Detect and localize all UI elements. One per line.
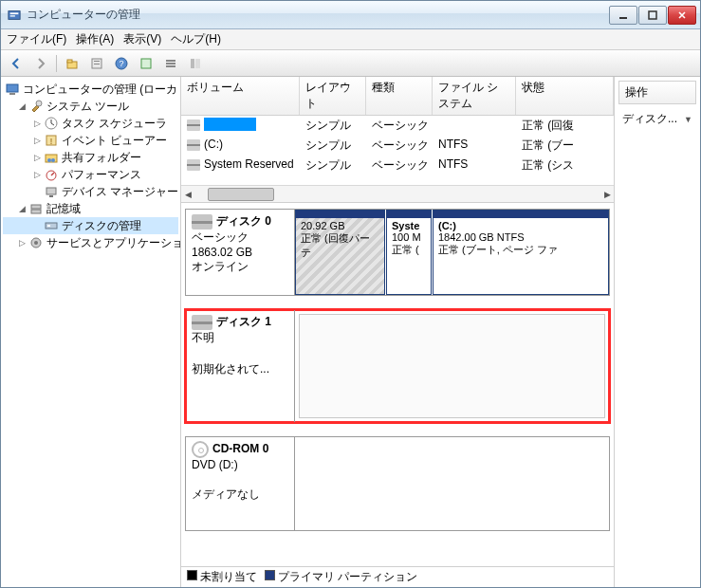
scroll-right-icon[interactable]: ▶ bbox=[600, 188, 614, 201]
up-button[interactable] bbox=[61, 53, 83, 74]
disk-mgmt-icon bbox=[44, 218, 59, 233]
properties-button[interactable] bbox=[85, 53, 108, 74]
scroll-thumb[interactable] bbox=[208, 188, 274, 201]
tree-services[interactable]: ▷ サービスとアプリケーショ bbox=[3, 234, 178, 251]
tree-task-scheduler[interactable]: ▷ タスク スケジューラ bbox=[3, 115, 178, 132]
list-view-button[interactable] bbox=[159, 53, 182, 74]
uninitialized-space[interactable] bbox=[299, 314, 605, 418]
menu-view[interactable]: 表示(V) bbox=[123, 31, 161, 47]
disk-size: 1863.02 GB bbox=[192, 246, 288, 259]
services-icon bbox=[28, 235, 44, 250]
tree-device-manager[interactable]: デバイス マネージャー bbox=[3, 183, 178, 200]
svg-text:!: ! bbox=[50, 137, 53, 146]
main-content: コンピューターの管理 (ローカ ◢ システム ツール ▷ タスク スケジューラ … bbox=[1, 77, 700, 587]
svg-rect-8 bbox=[94, 61, 100, 62]
center-pane: ボリューム レイアウト 種類 ファイル システム 状態 . シンプル ベーシック… bbox=[181, 77, 615, 587]
expander-icon[interactable]: ▷ bbox=[16, 238, 28, 248]
menubar: ファイル(F) 操作(A) 表示(V) ヘルプ(H) bbox=[1, 29, 700, 50]
disk-icon bbox=[192, 214, 212, 230]
svg-rect-9 bbox=[94, 64, 100, 64]
cell: 正常 (回復 bbox=[516, 116, 614, 136]
performance-icon bbox=[44, 167, 59, 182]
col-status[interactable]: 状態 bbox=[516, 77, 614, 115]
refresh-button[interactable] bbox=[135, 53, 157, 74]
app-icon bbox=[7, 8, 22, 23]
volume-row[interactable]: System Reserved シンプル ベーシック NTFS 正常 (シス bbox=[181, 156, 614, 175]
tree-storage[interactable]: ◢ 記憶域 bbox=[3, 200, 178, 217]
cell: System Reserved bbox=[204, 157, 294, 171]
disk-icon bbox=[192, 315, 212, 330]
volume-row[interactable]: (C:) シンプル ベーシック NTFS 正常 (ブー bbox=[181, 136, 614, 156]
tree-system-tools[interactable]: ◢ システム ツール bbox=[3, 98, 178, 115]
event-icon: ! bbox=[44, 133, 59, 148]
disk-0-block[interactable]: ディスク 0 ベーシック 1863.02 GB オンライン 20.92 GB 正… bbox=[185, 209, 610, 296]
partition[interactable]: Syste 100 M 正常 ( bbox=[386, 210, 432, 295]
disk-name: ディスク 1 bbox=[216, 315, 271, 328]
swatch-black bbox=[187, 570, 197, 580]
tree-root[interactable]: コンピューターの管理 (ローカ bbox=[3, 81, 178, 98]
partition-name: Syste bbox=[392, 220, 426, 231]
disk-1-block[interactable]: ディスク 1 不明 初期化されて... bbox=[185, 309, 610, 423]
partition[interactable]: (C:) 1842.00 GB NTFS 正常 (ブート, ページ ファ bbox=[433, 210, 609, 295]
tree-performance[interactable]: ▷ パフォーマンス bbox=[3, 166, 178, 183]
col-type[interactable]: 種類 bbox=[366, 77, 433, 115]
tree-disk-management[interactable]: ディスクの管理 bbox=[3, 217, 178, 234]
cell: ベーシック bbox=[366, 116, 433, 136]
volume-hscrollbar[interactable]: ◀ ▶ bbox=[181, 185, 614, 202]
actions-header: 操作 bbox=[618, 81, 696, 104]
expander-icon[interactable]: ▷ bbox=[31, 153, 43, 162]
svg-rect-19 bbox=[9, 93, 15, 95]
cell: ベーシック bbox=[366, 136, 433, 156]
svg-text:?: ? bbox=[119, 59, 123, 68]
disk-name: ディスク 0 bbox=[216, 214, 271, 228]
svg-rect-33 bbox=[47, 225, 50, 227]
menu-file[interactable]: ファイル(F) bbox=[7, 31, 66, 47]
tree-event-viewer[interactable]: ▷ ! イベント ビューアー bbox=[3, 132, 178, 149]
svg-rect-3 bbox=[619, 17, 627, 19]
swatch-blue bbox=[265, 570, 275, 580]
expander-icon[interactable]: ◢ bbox=[16, 101, 28, 111]
menu-help[interactable]: ヘルプ(H) bbox=[171, 31, 221, 47]
menu-action[interactable]: 操作(A) bbox=[76, 31, 114, 47]
cdrom-partitions bbox=[295, 437, 609, 530]
svg-rect-1 bbox=[10, 12, 19, 14]
svg-rect-18 bbox=[7, 84, 18, 92]
computer-icon bbox=[5, 82, 20, 97]
toolbar-divider bbox=[56, 55, 57, 72]
expander-icon[interactable]: ▷ bbox=[31, 119, 43, 128]
minimize-button[interactable] bbox=[609, 6, 637, 25]
back-button[interactable] bbox=[5, 53, 28, 74]
scroll-left-icon[interactable]: ◀ bbox=[181, 188, 194, 201]
svg-point-25 bbox=[47, 158, 51, 162]
svg-rect-13 bbox=[166, 60, 175, 62]
cell: ベーシック bbox=[366, 156, 433, 175]
actions-item-disk[interactable]: ディスク... ▼ bbox=[618, 108, 696, 130]
disk-state: オンライン bbox=[192, 259, 288, 275]
partition[interactable]: 20.92 GB 正常 (回復パーテ bbox=[295, 210, 385, 295]
volume-row[interactable]: . シンプル ベーシック 正常 (回復 bbox=[181, 116, 614, 136]
svg-rect-30 bbox=[31, 205, 41, 209]
tree-label: 記憶域 bbox=[46, 201, 81, 217]
disk-name: CD-ROM 0 bbox=[212, 442, 268, 455]
col-filesystem[interactable]: ファイル システム bbox=[433, 77, 516, 115]
col-volume[interactable]: ボリューム bbox=[181, 77, 300, 115]
help-button[interactable]: ? bbox=[110, 53, 133, 74]
forward-button[interactable] bbox=[29, 53, 52, 74]
tree-shared-folders[interactable]: ▷ 共有フォルダー bbox=[3, 149, 178, 166]
expander-icon[interactable]: ▷ bbox=[31, 170, 43, 179]
cdrom-block[interactable]: CD-ROM 0 DVD (D:) メディアなし bbox=[185, 436, 610, 531]
cell: 正常 (シス bbox=[516, 156, 614, 175]
svg-point-26 bbox=[51, 158, 55, 162]
close-button[interactable] bbox=[668, 6, 696, 25]
cdrom-icon bbox=[192, 441, 209, 458]
clock-icon bbox=[44, 116, 59, 131]
expander-icon[interactable]: ◢ bbox=[16, 204, 28, 213]
disk-0-partitions: 20.92 GB 正常 (回復パーテ Syste 100 M 正常 ( (C:)… bbox=[295, 210, 609, 295]
expander-icon[interactable]: ▷ bbox=[31, 136, 43, 145]
maximize-button[interactable] bbox=[638, 6, 667, 25]
col-layout[interactable]: レイアウト bbox=[300, 77, 366, 115]
partition-size: 1842.00 GB NTFS bbox=[438, 231, 603, 243]
volume-icon bbox=[187, 139, 200, 151]
cell: シンプル bbox=[300, 156, 366, 175]
detail-view-button[interactable] bbox=[184, 53, 207, 74]
